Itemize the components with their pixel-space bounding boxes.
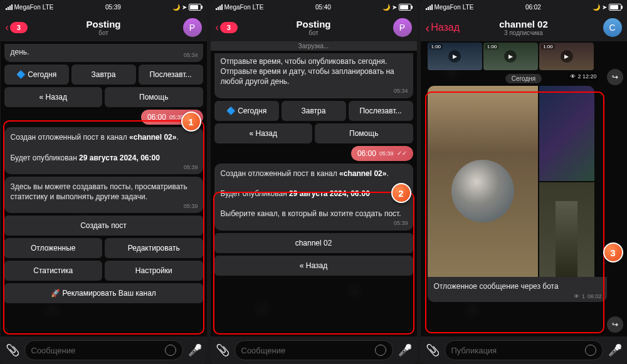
chat-title-area[interactable]: channel 02 3 подписчика [499,19,548,36]
kb-tomorrow-button[interactable]: Завтра [71,65,136,85]
kb-back-button[interactable]: « Назад [214,123,313,143]
message-input[interactable]: Публикация [445,340,603,360]
avatar[interactable]: P [183,18,202,37]
back-button[interactable]: ‹ Назад [426,21,460,35]
kb-create-post-button[interactable]: Создать пост [4,216,203,236]
avatar[interactable]: С [603,18,622,37]
battery-icon [399,4,411,11]
status-bar: MegaFon LTE 06:02 🌙 ➤ [421,0,627,14]
kb-help-button[interactable]: Помощь [105,87,203,107]
back-button[interactable]: ‹ 3 [216,22,238,33]
chat-subtitle: бот [297,29,331,36]
input-bar: Публикация [421,336,627,364]
sticker-icon[interactable] [165,345,176,356]
network: LTE [43,4,54,11]
battery-icon [609,4,621,11]
chevron-left-icon: ‹ [426,21,430,35]
dnd-icon: 🌙 [382,4,390,11]
avatar[interactable]: P [393,18,412,37]
eye-icon: 👁 [574,293,579,299]
kb-back-button[interactable]: « Назад [4,87,103,107]
chat-title: Posting [297,19,331,29]
sticker-icon[interactable] [375,345,386,356]
kb-tomorrow-button[interactable]: Завтра [282,101,346,121]
share-button[interactable]: ↪ [607,316,623,333]
message-in: Создан отложенный пост в канал «channel … [4,127,203,174]
carrier: MegaFon [435,4,461,11]
message-in: день. 05:34 [4,44,203,62]
eye-icon: 👁 [570,73,576,80]
chat-title-area[interactable]: Posting бот [87,19,121,36]
mic-icon[interactable] [188,343,202,357]
network: LTE [463,4,474,11]
photo-thumb[interactable] [428,86,538,277]
media-grid[interactable] [428,86,594,277]
share-button[interactable]: ↪ [607,69,623,85]
msg-time: 05:39 [394,219,408,227]
video-thumb[interactable]: 1:00 ▶ [483,43,538,70]
phone-1: MegaFon LTE 05:39 🌙 ➤ ‹ 3 Posting бот P … [1,0,207,364]
date-chip: Сегодня [505,74,542,83]
step-badge-3: 3 [603,242,623,263]
kb-dayafter-button[interactable]: Послезавт... [349,101,413,121]
kb-settings-button[interactable]: Настройки [105,261,203,281]
video-thumb[interactable]: 1:00 ▶ [539,43,594,70]
read-checks-icon: ✓✓ [397,150,407,157]
msg-time: 05:34 [394,87,408,95]
kb-today-button[interactable]: 🔷 Сегодня [214,101,279,121]
message-out: 06:00 05:39 ✓✓ [351,146,413,161]
duration: 1:00 [429,44,443,49]
dnd-icon: 🌙 [172,4,180,11]
attach-icon[interactable] [216,343,229,357]
kb-dayafter-button[interactable]: Послезавт... [139,65,203,85]
mic-icon[interactable] [398,343,412,357]
msg-time: 05:39 [184,202,198,210]
video-thumb[interactable]: 1:00 ▶ [428,43,482,70]
kb-channel-button[interactable]: channel 02 [214,233,413,253]
clock: 06:02 [525,4,541,11]
kb-stats-button[interactable]: Статистика [4,261,103,281]
kb-back-button[interactable]: « Назад [214,256,413,276]
attach-icon[interactable] [6,343,19,357]
dnd-icon: 🌙 [593,4,600,11]
location-icon: ➤ [182,4,187,11]
signal-icon [6,4,13,10]
chat-title: Posting [87,19,121,29]
message-input[interactable]: Сообщение [234,340,393,360]
chat-body[interactable]: Отправьте время, чтобы опубликовать сего… [211,51,417,338]
photo-thumb[interactable] [539,86,594,181]
chat-title-area[interactable]: Posting бот [297,19,331,36]
clock: 05:39 [105,4,121,11]
location-icon: ➤ [392,4,397,11]
sticker-icon[interactable] [585,345,596,356]
chat-body[interactable]: 1:00 ▶ 1:00 ▶ 1:00 ▶ 👁2 12:20 ↪ Сегодня … [421,41,627,336]
unread-badge: 3 [10,22,28,33]
message-caption: Отложенное сообщение через бота 👁 1 06:0… [428,277,607,302]
kb-scheduled-button[interactable]: Отложенные [4,238,103,258]
chevron-left-icon: ‹ [216,22,219,33]
step-badge-1: 1 [181,112,201,132]
signal-icon [426,4,433,10]
status-bar: MegaFon LTE 05:39 🌙 ➤ [1,0,207,14]
kb-edit-button[interactable]: Редактировать [105,238,203,258]
message-in: Отправьте время, чтобы опубликовать сего… [214,53,413,98]
kb-today-button[interactable]: 🔷 Сегодня [4,65,69,85]
kb-help-button[interactable]: Помощь [315,123,413,143]
input-bar: Сообщение [211,336,417,364]
loading-text: Загрузка... [211,41,417,51]
msg-time: 05:34 [184,51,198,59]
back-button[interactable]: ‹ 3 [6,22,28,33]
msg-time: 05:39 [379,150,394,157]
signal-icon [216,4,223,10]
carrier: MegaFon [14,4,41,11]
play-icon: ▶ [561,50,573,63]
message-input[interactable]: Сообщение [24,340,183,360]
play-icon: ▶ [448,50,461,63]
kb-promote-button[interactable]: 🚀 Рекламировать Ваш канал [4,283,203,303]
attach-icon[interactable] [426,343,440,357]
message-in: Здесь вы можете создавать посты, просмат… [4,177,203,213]
photo-thumb[interactable] [539,182,594,278]
mic-icon[interactable] [608,343,622,357]
chat-body[interactable]: день. 05:34 🔷 Сегодня Завтра Послезавт..… [1,41,207,339]
message-in: Создан отложенный пост в канал «channel … [214,164,413,231]
